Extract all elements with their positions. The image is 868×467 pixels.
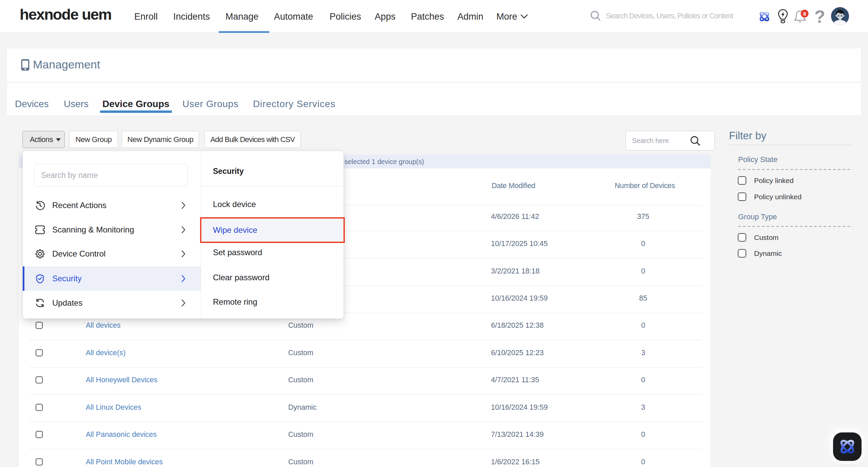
svg-text:8: 8 [803, 11, 806, 17]
